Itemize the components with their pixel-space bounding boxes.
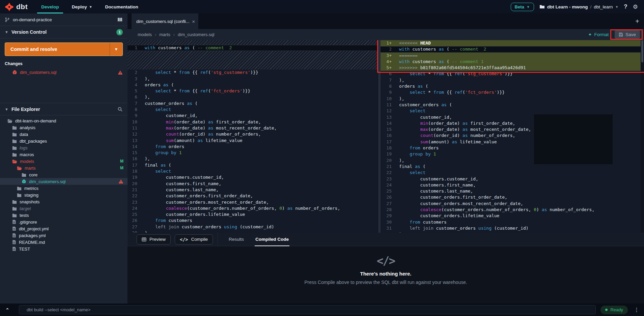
settings-gear-icon[interactable]: ⚙ <box>633 3 638 10</box>
breadcrumb-marts[interactable]: marts <box>159 32 170 37</box>
menu-documentation[interactable]: Documentation <box>105 0 138 13</box>
line-number: 22 <box>128 193 142 199</box>
new-tab-button[interactable]: + <box>635 18 639 25</box>
folder-icon <box>12 139 17 143</box>
line-number: 24 <box>128 205 142 211</box>
save-button[interactable]: Save <box>615 30 640 39</box>
expand-console-chevron[interactable]: ⌃ <box>5 307 14 313</box>
code-line-8: 8orders as ( <box>381 83 644 89</box>
tree-item-tests[interactable]: tests <box>0 212 128 219</box>
tree-item-core[interactable]: core <box>0 171 128 178</box>
tree-item-staging[interactable]: staging <box>0 192 128 198</box>
line-number: 9 <box>128 113 142 119</box>
code-line-25: 25 customer_orders.lifetime_value <box>128 211 378 218</box>
tree-item-dim_customers.sql[interactable]: dim_customers.sql <box>0 178 128 185</box>
line-number: 4 <box>128 82 142 88</box>
commit-and-resolve-button[interactable]: Commit and resolve ▼ <box>5 42 123 56</box>
minimap-overlay <box>534 114 613 164</box>
tree-item-label: dbt-learn-on-demand <box>15 118 56 123</box>
preview-button[interactable]: Preview <box>137 234 171 245</box>
docs-book-icon[interactable] <box>117 17 123 22</box>
tree-item-dbt-learn-on-demand[interactable]: dbt-learn-on-demand <box>0 117 128 124</box>
scrollbar-thumb[interactable] <box>641 40 643 62</box>
file-explorer-header[interactable]: ▼ File Explorer <box>0 103 128 115</box>
tree-item-README.md[interactable]: README.md <box>0 239 128 246</box>
tree-item-data[interactable]: data <box>0 131 128 138</box>
breadcrumb-file[interactable]: dim_customers.sql <box>178 32 214 37</box>
folder-open-icon <box>7 119 12 123</box>
compile-button[interactable]: </> Compile <box>175 234 213 245</box>
tab-compiled-code[interactable]: Compiled Code <box>255 233 289 246</box>
tree-item-marts[interactable]: martsM <box>0 165 128 171</box>
code-line-4: 4orders as ( <box>128 82 378 88</box>
line-content: select <box>142 168 378 174</box>
changed-file-row[interactable]: dim_customers.sql <box>0 68 128 77</box>
tree-item-target[interactable]: target <box>0 205 128 212</box>
pane-divider[interactable] <box>378 40 381 233</box>
breadcrumb-models[interactable]: models <box>138 32 152 37</box>
tab-results[interactable]: Results <box>228 233 245 246</box>
dbt-logo-icon <box>5 2 14 11</box>
status-dot <box>605 309 608 311</box>
tree-item-logs[interactable]: logs <box>0 144 128 151</box>
tree-item-dbt_project.yml[interactable]: dbt_project.yml <box>0 225 128 232</box>
line-content: from orders <box>142 144 378 150</box>
code-line-9: 9 select * from {{ ref('fct_orders')}} <box>381 89 644 95</box>
left-code-pane[interactable]: 1with customers as ( -- comment 22 selec… <box>128 40 378 233</box>
line-number: 10 <box>128 119 142 125</box>
editor-tab-dim-customers[interactable]: dim_customers.sql (confli... × <box>132 13 198 29</box>
help-button[interactable]: ? <box>624 3 627 10</box>
folder-icon <box>12 146 17 150</box>
version-control-header[interactable]: ▼ Version Control 1 <box>0 26 128 38</box>
changes-count-badge: 1 <box>116 29 123 35</box>
tree-item-label: snapshots <box>20 199 39 204</box>
tree-item-packages.yml[interactable]: packages.yml <box>0 232 128 239</box>
folder-icon <box>12 206 17 211</box>
line-content: sum(amount) as lifetime_value <box>142 138 378 144</box>
code-line-10: 10 min(order_date) as first_order_date, <box>128 119 378 125</box>
line-number: 24 <box>381 182 396 188</box>
tree-item-analysis[interactable]: analysis <box>0 124 128 131</box>
command-bar: ⌃ Ready ⋮ <box>0 304 644 316</box>
tree-item-TEST[interactable]: TEST <box>0 246 128 252</box>
tree-item-snapshots[interactable]: snapshots <box>0 198 128 205</box>
tree-item-models[interactable]: modelsM <box>0 158 128 165</box>
diff-hatch-filler <box>128 51 378 69</box>
changes-label: Changes <box>5 61 128 66</box>
git-branch-icon <box>5 17 10 22</box>
account-switcher[interactable]: dbt Learn - mwong / dbt_learn ▼ <box>539 4 619 9</box>
file-icon <box>12 226 16 231</box>
editor-scrollbar[interactable] <box>641 40 644 233</box>
line-number: 2 <box>381 46 396 52</box>
format-button[interactable]: ✦ Format <box>588 32 609 37</box>
line-content: customers.customer_id, <box>396 176 644 182</box>
menu-deploy[interactable]: Deploy ▼ <box>72 0 92 13</box>
git-branch-row[interactable]: on-demand-practice <box>0 13 128 26</box>
menu-develop[interactable]: Develop <box>41 0 59 13</box>
line-content: coalesce(customer_orders.number_of_order… <box>142 205 378 211</box>
bottom-panel-body: </> There's nothing here. Press Compile … <box>128 246 644 304</box>
close-tab-icon[interactable]: × <box>192 19 195 24</box>
code-line-27: 27 customer_orders.most_recent_order_dat… <box>381 201 644 207</box>
code-line-27: 27 left join customer_orders using (cust… <box>128 224 378 230</box>
code-line-3: 3), <box>128 76 378 82</box>
code-line-31: 31 left join customer_orders using (cust… <box>381 225 644 231</box>
branch-name: on-demand-practice <box>13 17 52 22</box>
code-line-2: 2with customers as ( -- comment 2 <box>381 46 644 52</box>
line-number: 16 <box>128 156 142 162</box>
tree-item-metrics[interactable]: metrics <box>0 185 128 192</box>
beta-toggle[interactable]: Beta ▼ <box>511 3 534 11</box>
bottom-panel-header: Preview </> Compile Results Compiled Cod… <box>128 233 644 246</box>
chevron-down-icon: ▼ <box>5 107 8 111</box>
line-number: 16 <box>381 133 396 139</box>
tree-item-.gitignore[interactable]: .gitignore <box>0 219 128 225</box>
dbt-logo[interactable]: dbt <box>5 2 28 11</box>
tree-item-dbt_packages[interactable]: dbt_packages <box>0 138 128 144</box>
commit-options-chevron[interactable]: ▼ <box>110 43 122 56</box>
tree-item-macros[interactable]: macros <box>0 151 128 158</box>
line-content: customers.customer_id, <box>142 174 378 180</box>
kebab-menu-icon[interactable]: ⋮ <box>633 307 641 313</box>
dbt-command-input[interactable] <box>19 305 596 314</box>
search-icon[interactable] <box>117 107 123 112</box>
code-line-21: 21final as ( <box>381 164 644 170</box>
